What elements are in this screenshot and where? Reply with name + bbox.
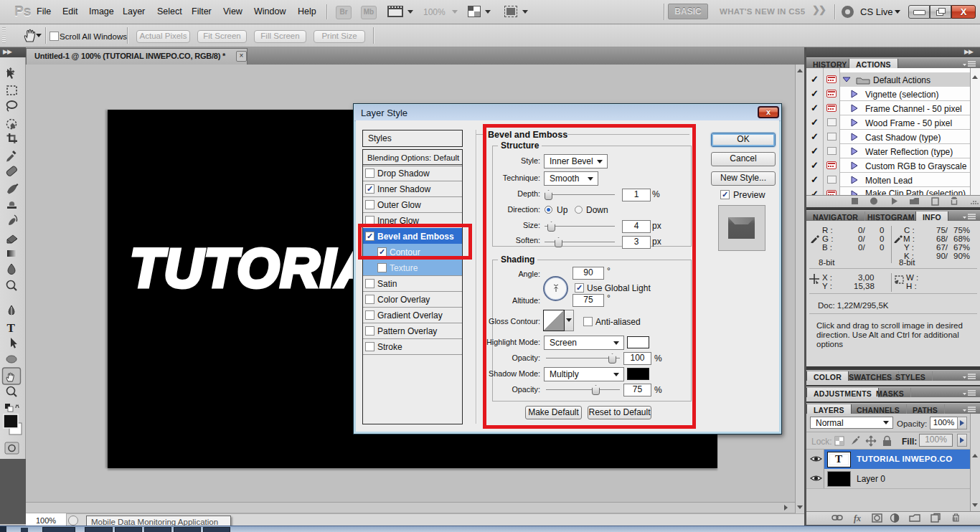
svg-text:T: T — [7, 321, 16, 335]
svg-text:fx: fx — [854, 513, 861, 523]
